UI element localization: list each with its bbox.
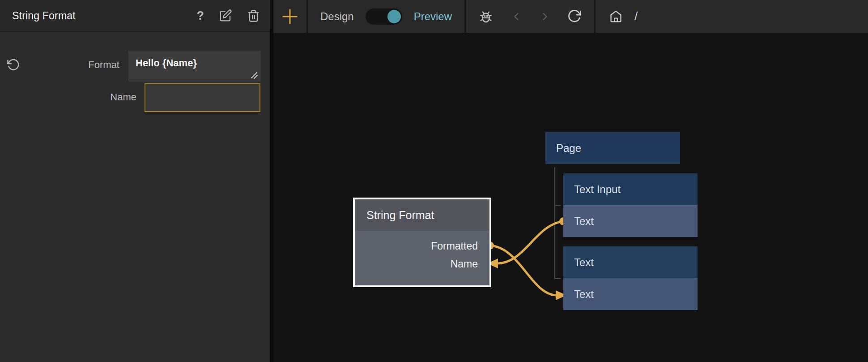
property-panel-header: String Format ? — [0, 0, 270, 32]
node-string-format-title: String Format — [366, 209, 434, 222]
nav-forward-button[interactable] — [539, 10, 551, 23]
connection-textinput-to-name[interactable] — [497, 221, 563, 263]
toolbar-path-section: / — [596, 0, 868, 33]
node-canvas[interactable]: Page Text Input Text Text Text — [273, 33, 868, 362]
node-text-title: Text — [574, 256, 594, 269]
edit-button[interactable] — [219, 9, 232, 22]
debug-button[interactable] — [478, 9, 494, 25]
plus-icon — [280, 6, 300, 27]
design-preview-toggle[interactable] — [366, 9, 402, 25]
toggle-knob — [387, 10, 401, 23]
node-page-title: Page — [556, 142, 581, 155]
port-name[interactable]: Name — [355, 255, 489, 273]
node-page[interactable]: Page — [545, 132, 680, 164]
node-text-input-port-label: Text — [574, 215, 594, 228]
name-input[interactable] — [145, 83, 260, 112]
node-text-input-port-row[interactable]: Text — [563, 205, 698, 237]
format-field-label: Format — [0, 59, 119, 71]
app-window: String Format ? — [0, 0, 868, 362]
node-string-format[interactable]: String Format Formatted Name — [353, 198, 491, 287]
resize-handle-icon[interactable] — [250, 71, 259, 80]
node-text[interactable]: Text Text — [563, 246, 698, 310]
port-formatted[interactable]: Formatted — [355, 237, 489, 255]
editor-main: Design Preview — [273, 0, 868, 362]
add-node-button[interactable] — [280, 6, 300, 27]
port-formatted-label: Formatted — [431, 240, 478, 252]
help-button[interactable]: ? — [197, 10, 204, 22]
toolbar: Design Preview — [273, 0, 868, 33]
refresh-icon — [567, 9, 582, 24]
node-string-format-body: Formatted Name — [355, 231, 489, 285]
panel-header-icons: ? — [197, 9, 270, 22]
connection-formatted-to-text[interactable] — [490, 246, 557, 295]
node-text-input[interactable]: Text Input Text — [563, 173, 698, 237]
toolbar-nav-section — [466, 0, 594, 33]
edit-icon — [219, 9, 232, 22]
name-field-label: Name — [0, 91, 136, 103]
help-icon: ? — [197, 10, 204, 22]
home-icon — [609, 9, 623, 23]
node-text-port-row[interactable]: Text — [563, 278, 698, 310]
preview-mode-label[interactable]: Preview — [414, 10, 452, 23]
design-mode-label[interactable]: Design — [320, 10, 354, 23]
nav-back-button[interactable] — [510, 10, 523, 23]
property-panel: String Format ? — [0, 0, 270, 362]
node-page-header[interactable]: Page — [545, 132, 680, 164]
format-input[interactable]: Hello {Name} — [128, 51, 261, 82]
panel-title: String Format — [0, 10, 197, 22]
delete-button[interactable] — [247, 9, 260, 22]
toolbar-add-section — [273, 0, 306, 33]
node-string-format-header[interactable]: String Format — [355, 199, 489, 231]
refresh-button[interactable] — [567, 9, 582, 24]
node-text-header[interactable]: Text — [563, 246, 698, 278]
route-path-label[interactable]: / — [634, 9, 638, 23]
node-text-input-header[interactable]: Text Input — [563, 173, 698, 205]
toolbar-mode-section: Design Preview — [308, 0, 464, 33]
port-name-label: Name — [451, 258, 478, 270]
chevron-right-icon — [539, 10, 551, 23]
node-text-port-label: Text — [574, 288, 594, 301]
trash-icon — [247, 9, 260, 22]
chevron-left-icon — [510, 10, 523, 23]
node-text-input-title: Text Input — [574, 183, 621, 196]
bug-icon — [478, 9, 494, 25]
home-button[interactable] — [609, 9, 623, 23]
